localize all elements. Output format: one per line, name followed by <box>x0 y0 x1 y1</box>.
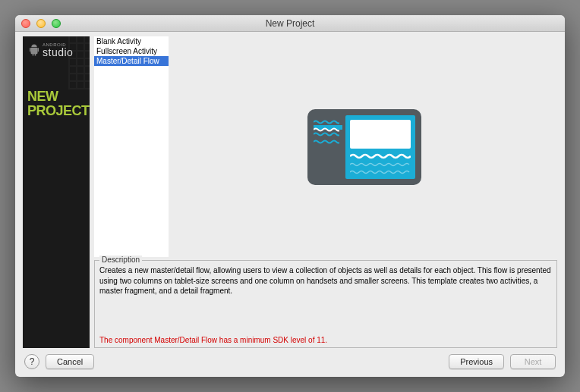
help-button[interactable]: ? <box>24 354 39 369</box>
content: ANDROID studio NEW PROJECT Blank Activit… <box>15 32 565 348</box>
template-item[interactable]: Master/Detail Flow <box>94 56 169 66</box>
description-panel: Description Creates a new master/detail … <box>94 260 557 348</box>
wizard-heading: NEW PROJECT <box>23 89 90 118</box>
zoom-icon[interactable] <box>52 19 61 28</box>
detail-pane-mock <box>345 115 415 179</box>
template-list[interactable]: Blank ActivityFullscreen ActivityMaster/… <box>94 36 169 257</box>
tablet-mock-icon <box>307 109 421 185</box>
window-title: New Project <box>15 18 565 29</box>
description-label: Description <box>99 256 142 264</box>
traffic-lights <box>21 19 61 28</box>
new-project-window: New Project ANDROID studio NEW PROJECT <box>15 15 565 377</box>
main-area: Blank ActivityFullscreen ActivityMaster/… <box>94 36 557 348</box>
description-text: Creates a new master/detail flow, allowi… <box>99 265 552 296</box>
titlebar: New Project <box>15 15 565 32</box>
template-item[interactable]: Blank Activity <box>94 36 169 46</box>
next-button[interactable]: Next <box>510 354 556 369</box>
button-bar: ? Cancel Previous Next <box>15 348 565 377</box>
previous-button[interactable]: Previous <box>449 354 504 369</box>
sidebar: ANDROID studio NEW PROJECT <box>23 36 90 348</box>
minimize-icon[interactable] <box>36 19 46 28</box>
master-list-mock <box>314 115 342 179</box>
android-icon <box>27 43 41 57</box>
description-warning: The component Master/Detail Flow has a m… <box>99 336 552 344</box>
close-icon[interactable] <box>21 19 30 28</box>
template-preview <box>172 36 557 257</box>
cancel-button[interactable]: Cancel <box>46 354 94 369</box>
template-item[interactable]: Fullscreen Activity <box>94 46 169 56</box>
upper-row: Blank ActivityFullscreen ActivityMaster/… <box>94 36 557 257</box>
sidebar-decoration <box>68 36 90 89</box>
